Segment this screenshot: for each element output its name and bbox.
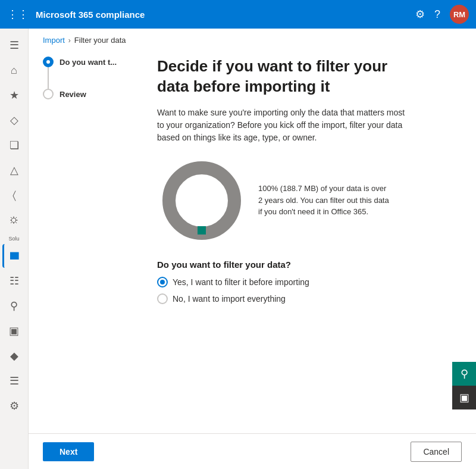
avatar[interactable]: RM — [450, 5, 469, 24]
content-area: Do you want t... Review Decide if you wa… — [29, 49, 476, 433]
sidebar-item-search[interactable]: ⚲ — [2, 294, 26, 318]
fab-chat-button[interactable]: ▣ — [452, 386, 476, 409]
sidebar-item-audit[interactable]: ☰ — [2, 369, 26, 393]
app-title: Microsoft 365 compliance — [36, 10, 408, 20]
chart-legend-text: 100% (188.7 MB) of your data is over 2 y… — [258, 184, 389, 216]
sidebar-item-menu[interactable]: ☰ — [2, 33, 26, 57]
radio-yes[interactable]: Yes, I want to filter it before importin… — [157, 277, 462, 287]
breadcrumb-separator: › — [68, 36, 71, 45]
sidebar-item-comms[interactable]: ▣ — [2, 319, 26, 343]
step-2-circle — [43, 89, 54, 99]
radio-no-label: No, I want to import everything — [173, 294, 286, 304]
sidebar-item-solutions[interactable]: ⯀ — [2, 244, 26, 268]
fab-help-button[interactable]: ⚲ — [452, 362, 476, 386]
breadcrumb: Import › Filter your data — [29, 29, 476, 49]
topbar: ⋮⋮ Microsoft 365 compliance ⚙ ? RM — [0, 0, 476, 29]
page-layout: ☰ ⌂ ★ ◇ ❏ △ 〈 ⛭ Solu ⯀ ☷ ⚲ ▣ ◆ ☰ ⚙ Impor… — [0, 29, 476, 469]
radio-yes-label: Yes, I want to filter it before importin… — [173, 277, 309, 287]
fab-area: ⚲ ▣ — [452, 362, 476, 409]
breadcrumb-import-link[interactable]: Import — [43, 36, 65, 45]
sidebar-item-insider[interactable]: ◆ — [2, 344, 26, 368]
sidebar-item-alerts2[interactable]: △ — [2, 158, 26, 182]
help-icon[interactable]: ? — [434, 9, 440, 20]
chart-area: 100% (188.7 MB) of your data is over 2 y… — [157, 156, 462, 245]
sidebar-item-home[interactable]: ⌂ — [2, 58, 26, 82]
step-2: Review — [43, 89, 138, 99]
sidebar-item-reports[interactable]: 〈 — [2, 183, 26, 207]
sidebar-section-label: Solu — [0, 233, 28, 243]
radio-no[interactable]: No, I want to import everything — [157, 293, 462, 304]
bottom-bar: Next Cancel — [29, 433, 476, 469]
step-1-label: Do you want t... — [60, 58, 117, 67]
sidebar-item-classification[interactable]: ◇ — [2, 108, 26, 132]
page-title: Decide if you want to filter your data b… — [157, 57, 395, 97]
sidebar-item-settings[interactable]: ⛭ — [2, 208, 26, 232]
step-1: Do you want t... — [43, 57, 138, 67]
settings-icon[interactable]: ⚙ — [415, 9, 425, 20]
sidebar-item-policies[interactable]: ❏ — [2, 133, 26, 157]
step-2-label: Review — [60, 90, 86, 99]
sidebar-item-user[interactable]: ⚙ — [2, 394, 26, 418]
step-1-circle — [43, 57, 54, 67]
sidebar: ☰ ⌂ ★ ◇ ❏ △ 〈 ⛭ Solu ⯀ ☷ ⚲ ▣ ◆ ☰ ⚙ — [0, 29, 29, 469]
sidebar-item-records[interactable]: ☷ — [2, 269, 26, 293]
cancel-button[interactable]: Cancel — [411, 442, 462, 462]
radio-yes-inner — [160, 280, 165, 284]
form-description: Want to make sure you're importing only … — [157, 107, 407, 144]
next-button[interactable]: Next — [43, 442, 94, 461]
form-panel: Decide if you want to filter your data b… — [157, 49, 462, 433]
step-connector — [48, 67, 49, 89]
topbar-actions: ⚙ ? RM — [415, 5, 469, 24]
radio-no-button[interactable] — [157, 293, 168, 304]
sidebar-item-alerts[interactable]: ★ — [2, 83, 26, 107]
grid-icon[interactable]: ⋮⋮ — [7, 8, 29, 21]
donut-chart — [157, 156, 246, 245]
breadcrumb-current: Filter your data — [74, 36, 126, 45]
svg-rect-1 — [198, 226, 206, 234]
chart-legend: 100% (188.7 MB) of your data is over 2 y… — [258, 183, 389, 218]
radio-yes-button[interactable] — [157, 277, 168, 287]
svg-point-0 — [169, 168, 234, 233]
filter-question: Do you want to filter your data? — [157, 259, 462, 270]
main-content: Import › Filter your data Do you want t.… — [29, 29, 476, 469]
steps-panel: Do you want t... Review — [43, 49, 138, 433]
